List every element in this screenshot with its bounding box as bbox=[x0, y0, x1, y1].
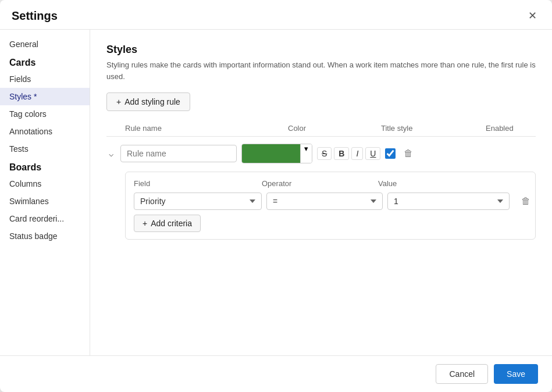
strikethrough-button[interactable]: S bbox=[317, 147, 332, 160]
criteria-col-field: Field bbox=[134, 179, 262, 188]
criteria-section: Field Operator Value Priority Status Ass… bbox=[125, 172, 536, 240]
sidebar-item-annotations[interactable]: Annotations bbox=[0, 123, 90, 140]
settings-dialog: Settings ✕ General Cards Fields Styles *… bbox=[0, 0, 552, 392]
delete-criteria-button[interactable]: 🗑 bbox=[514, 195, 537, 208]
criteria-col-operator: Operator bbox=[262, 179, 378, 188]
criteria-row: Priority Status Assignee Type = != < > bbox=[134, 193, 527, 210]
sidebar: General Cards Fields Styles * Tag colors… bbox=[0, 30, 90, 355]
bold-button[interactable]: B bbox=[334, 147, 349, 160]
add-criteria-plus-icon: + bbox=[143, 219, 147, 228]
italic-button[interactable]: I bbox=[351, 147, 363, 160]
main-content: Styles Styling rules make the cards with… bbox=[90, 30, 552, 355]
rule-main-row: ⌵ ▾ S B I U 🗑 bbox=[106, 141, 536, 166]
add-criteria-label: Add criteria bbox=[151, 219, 192, 228]
criteria-col-value: Value bbox=[378, 179, 500, 188]
page-title: Styles bbox=[106, 44, 536, 56]
delete-rule-button[interactable]: 🗑 bbox=[400, 147, 416, 160]
dialog-footer: Cancel Save bbox=[0, 355, 552, 392]
field-select[interactable]: Priority Status Assignee Type bbox=[134, 193, 262, 210]
page-description: Styling rules make the cards with import… bbox=[106, 59, 536, 82]
sidebar-item-general[interactable]: General bbox=[0, 35, 90, 53]
table-header: Rule name Color Title style Enabled bbox=[106, 122, 536, 137]
underline-button[interactable]: U bbox=[365, 147, 380, 160]
col-header-rule-name: Rule name bbox=[125, 124, 288, 133]
value-select[interactable]: 1 2 3 4 bbox=[387, 193, 510, 210]
sidebar-item-fields[interactable]: Fields bbox=[0, 70, 90, 88]
sidebar-item-tag-colors[interactable]: Tag colors bbox=[0, 105, 90, 123]
enabled-checkbox[interactable] bbox=[385, 148, 396, 159]
criteria-header: Field Operator Value bbox=[134, 179, 527, 193]
sidebar-section-boards: Boards bbox=[0, 158, 90, 175]
color-dropdown-icon[interactable]: ▾ bbox=[300, 144, 312, 163]
sidebar-item-columns[interactable]: Columns bbox=[0, 175, 90, 193]
dialog-title: Settings bbox=[12, 9, 58, 23]
sidebar-item-swimlanes[interactable]: Swimlanes bbox=[0, 193, 90, 210]
add-rule-plus-icon: + bbox=[116, 97, 121, 106]
sidebar-item-status-badge[interactable]: Status badge bbox=[0, 227, 90, 245]
color-picker-button[interactable]: ▾ bbox=[241, 144, 312, 163]
sidebar-item-styles[interactable]: Styles * bbox=[0, 88, 90, 105]
operator-select[interactable]: = != < > bbox=[266, 193, 383, 210]
color-swatch[interactable] bbox=[242, 144, 300, 163]
add-styling-rule-button[interactable]: + Add styling rule bbox=[106, 92, 190, 111]
title-style-buttons: S B I U bbox=[317, 147, 380, 160]
dialog-header: Settings ✕ bbox=[0, 0, 552, 30]
close-button[interactable]: ✕ bbox=[525, 8, 540, 23]
expand-button[interactable]: ⌵ bbox=[106, 148, 116, 159]
sidebar-section-cards: Cards bbox=[0, 53, 90, 70]
add-rule-label: Add styling rule bbox=[124, 97, 180, 106]
sidebar-item-card-reordering[interactable]: Card reorderi... bbox=[0, 210, 90, 227]
save-button[interactable]: Save bbox=[494, 364, 538, 384]
dialog-body: General Cards Fields Styles * Tag colors… bbox=[0, 30, 552, 355]
criteria-col-delete bbox=[500, 179, 523, 188]
cancel-button[interactable]: Cancel bbox=[436, 364, 488, 384]
rule-name-input[interactable] bbox=[120, 145, 237, 162]
col-header-title-style: Title style bbox=[381, 124, 486, 133]
col-header-color: Color bbox=[288, 124, 381, 133]
col-header-enabled: Enabled bbox=[486, 124, 544, 133]
sidebar-item-tests[interactable]: Tests bbox=[0, 140, 90, 158]
rule-row: ⌵ ▾ S B I U 🗑 bbox=[106, 141, 536, 240]
add-criteria-button[interactable]: + Add criteria bbox=[134, 215, 201, 232]
